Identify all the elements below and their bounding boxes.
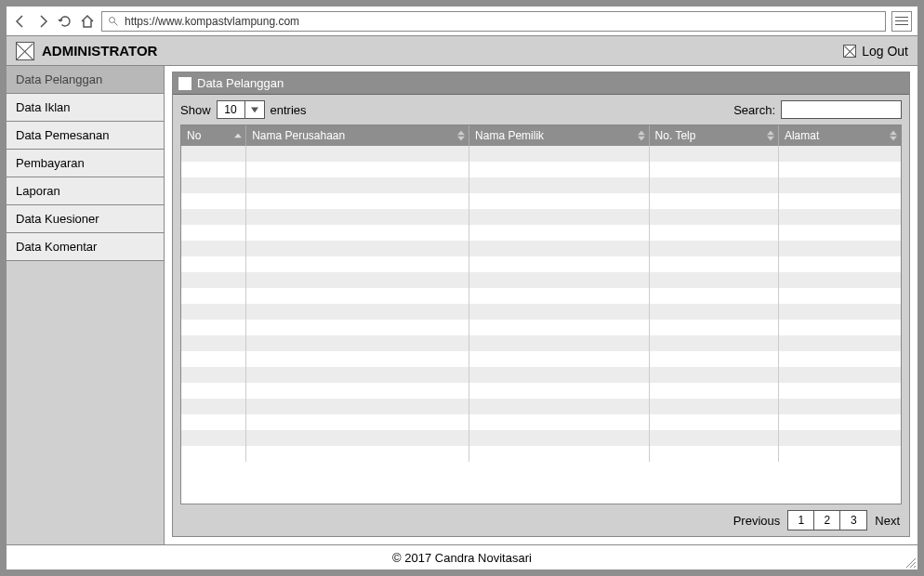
- data-panel: Data Pelanggan Show 10 entries: [172, 72, 910, 537]
- panel-title: Data Pelanggan: [197, 76, 284, 90]
- url-text: https://www.kompastvlampung.com: [125, 15, 299, 28]
- svg-point-0: [110, 17, 115, 22]
- table-row: [181, 241, 901, 256]
- svg-marker-8: [767, 131, 774, 136]
- panel-header: Data Pelanggan: [173, 72, 909, 95]
- app-header: ADMINISTRATOR Log Out: [7, 36, 917, 66]
- svg-marker-6: [638, 131, 645, 136]
- svg-marker-7: [638, 137, 645, 141]
- table-row: [181, 177, 901, 193]
- app-title: ADMINISTRATOR: [42, 43, 157, 59]
- column-header[interactable]: Nama Perusahaan: [246, 125, 469, 146]
- column-header[interactable]: Alamat: [778, 125, 901, 146]
- table-row: [181, 288, 901, 304]
- browser-toolbar: https://www.kompastvlampung.com: [7, 7, 917, 36]
- table-row: [181, 414, 901, 430]
- sort-icon: [890, 131, 897, 141]
- column-header[interactable]: No: [181, 125, 246, 146]
- table-row: [181, 383, 901, 399]
- svg-line-1: [114, 21, 118, 25]
- sidebar: Data PelangganData IklanData PemesananPe…: [7, 66, 165, 544]
- sidebar-item-2[interactable]: Data Pemesanan: [7, 122, 164, 150]
- sort-icon: [767, 131, 774, 141]
- logo-icon: [16, 42, 34, 60]
- search-label: Search:: [733, 103, 775, 117]
- sort-icon: [457, 131, 465, 141]
- table-row: [181, 272, 901, 288]
- table-row: [181, 351, 901, 367]
- logout-label: Log Out: [862, 44, 908, 59]
- footer-text: © 2017 Candra Novitasari: [392, 551, 532, 565]
- sidebar-item-3[interactable]: Pembayaran: [7, 150, 164, 177]
- sort-icon: [638, 131, 645, 141]
- table-row: [181, 193, 901, 209]
- next-button[interactable]: Next: [875, 514, 900, 528]
- chevron-down-icon: [245, 101, 264, 118]
- table-row: [181, 209, 901, 225]
- data-table: NoNama PerusahaanNama PemilikNo. TelpAla…: [181, 125, 901, 462]
- table-row: [181, 225, 901, 241]
- table-row: [181, 162, 901, 177]
- entries-label: entries: [271, 103, 307, 117]
- panel-icon: [178, 77, 191, 90]
- page-1[interactable]: 1: [788, 511, 814, 530]
- page-2[interactable]: 2: [814, 511, 840, 530]
- entries-select[interactable]: 10: [217, 100, 265, 119]
- table-row: [181, 335, 901, 351]
- entries-value: 10: [218, 101, 245, 118]
- menu-icon[interactable]: [891, 11, 912, 32]
- url-bar[interactable]: https://www.kompastvlampung.com: [101, 11, 886, 32]
- sidebar-item-4[interactable]: Laporan: [7, 177, 164, 205]
- pagination: Previous 123 Next: [173, 504, 909, 536]
- search-icon: [108, 16, 119, 27]
- table-row: [181, 446, 901, 462]
- svg-marker-2: [251, 108, 258, 113]
- page-3[interactable]: 3: [840, 511, 866, 530]
- table-row: [181, 256, 901, 272]
- resize-grip-icon[interactable]: [904, 556, 916, 568]
- previous-button[interactable]: Previous: [733, 514, 781, 528]
- svg-marker-9: [767, 137, 774, 141]
- column-header[interactable]: Nama Pemilik: [469, 125, 650, 146]
- svg-marker-10: [890, 131, 897, 136]
- sidebar-item-6[interactable]: Data Komentar: [7, 233, 164, 261]
- svg-marker-11: [890, 137, 897, 141]
- table-row: [181, 399, 901, 414]
- show-label: Show: [180, 103, 211, 117]
- sidebar-item-5[interactable]: Data Kuesioner: [7, 205, 164, 233]
- table-row: [181, 304, 901, 320]
- column-header[interactable]: No. Telp: [649, 125, 778, 146]
- sidebar-item-0[interactable]: Data Pelanggan: [7, 66, 164, 94]
- table-row: [181, 367, 901, 383]
- svg-marker-5: [457, 137, 465, 141]
- search-input[interactable]: [781, 100, 902, 119]
- logout-button[interactable]: Log Out: [843, 44, 908, 59]
- sort-icon: [234, 134, 242, 138]
- back-icon[interactable]: [12, 13, 29, 30]
- table-row: [181, 146, 901, 162]
- logout-icon: [843, 45, 856, 58]
- home-icon[interactable]: [79, 13, 96, 30]
- svg-marker-3: [234, 134, 242, 138]
- reload-icon[interactable]: [57, 13, 73, 30]
- sidebar-item-1[interactable]: Data Iklan: [7, 94, 164, 122]
- table-row: [181, 320, 901, 335]
- forward-icon[interactable]: [34, 13, 51, 30]
- svg-line-14: [914, 566, 916, 568]
- svg-marker-4: [457, 131, 465, 136]
- table-row: [181, 430, 901, 446]
- footer: © 2017 Candra Novitasari: [7, 545, 917, 569]
